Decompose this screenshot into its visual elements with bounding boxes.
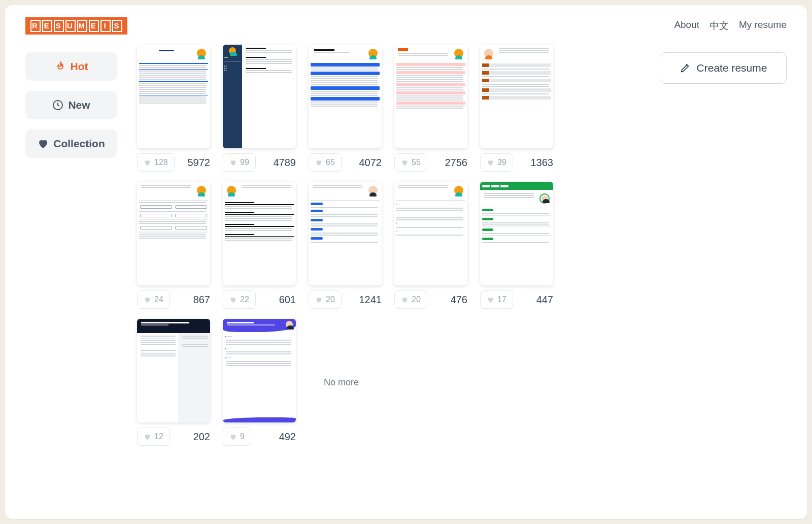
- template-thumbnail[interactable]: [394, 45, 467, 148]
- heart-icon: [229, 296, 237, 304]
- template-thumbnail[interactable]: ● ──── ● ──── ● ────: [223, 319, 296, 422]
- view-count: 202: [193, 431, 210, 443]
- heart-icon: [487, 159, 494, 167]
- sidebar-item-new[interactable]: New: [25, 91, 117, 119]
- template-thumbnail[interactable]: [480, 45, 553, 148]
- heart-icon: [144, 433, 151, 441]
- template-stats: 39 1363: [480, 153, 553, 172]
- content-area: Hot New Collection 128 5972: [5, 40, 807, 519]
- heart-icon: [229, 159, 237, 167]
- like-button[interactable]: 39: [480, 153, 513, 172]
- like-button[interactable]: 65: [309, 153, 342, 172]
- template-stats: 20 1241: [309, 290, 382, 309]
- template-thumbnail[interactable]: [309, 182, 382, 285]
- like-button[interactable]: 99: [223, 153, 256, 172]
- template-stats: 20 476: [394, 290, 467, 309]
- nav-lang[interactable]: 中文: [709, 19, 729, 32]
- nav-my-resume[interactable]: My resume: [739, 19, 787, 32]
- like-count: 17: [497, 295, 506, 304]
- template-card: ●●●● ■ ■■ ■■ ■ 99 4789: [223, 45, 296, 172]
- template-thumbnail[interactable]: [137, 182, 210, 285]
- like-button[interactable]: 12: [137, 428, 170, 446]
- template-stats: 24 867: [137, 290, 210, 309]
- like-count: 9: [240, 432, 245, 441]
- view-count: 867: [193, 294, 210, 306]
- template-stats: 17 447: [480, 290, 553, 309]
- right-column: Create resume: [660, 52, 787, 504]
- template-card: 22 601: [223, 182, 296, 309]
- template-thumbnail[interactable]: [137, 319, 210, 422]
- like-count: 39: [497, 158, 506, 167]
- template-card: 24 867: [137, 182, 210, 309]
- heart-icon: [315, 296, 323, 304]
- template-card: 20 1241: [309, 182, 382, 309]
- template-thumbnail[interactable]: [309, 45, 382, 148]
- view-count: 601: [279, 294, 296, 306]
- template-thumbnail[interactable]: [480, 182, 553, 285]
- like-count: 12: [154, 432, 163, 441]
- template-card: 39 1363: [480, 45, 553, 172]
- template-card: 128 5972: [137, 45, 210, 172]
- like-count: 65: [326, 158, 335, 167]
- template-card: 12 202: [137, 319, 210, 446]
- template-thumbnail[interactable]: [137, 45, 210, 148]
- no-more-label: No more: [309, 319, 553, 446]
- heart-icon: [37, 138, 49, 150]
- pencil-icon: [680, 62, 691, 74]
- sidebar-item-hot[interactable]: Hot: [25, 52, 117, 81]
- like-count: 55: [412, 158, 421, 167]
- heart-icon: [229, 433, 237, 441]
- like-button[interactable]: 20: [309, 290, 342, 309]
- like-button[interactable]: 128: [137, 153, 175, 172]
- app-window: RESUMEIS About 中文 My resume Hot New Coll…: [5, 5, 807, 519]
- template-card: ● ──── ● ──── ● ──── 9 492: [223, 319, 296, 446]
- template-main: 128 5972 ●●●● ■ ■■ ■■ ■ 99 4789: [137, 45, 639, 504]
- like-button[interactable]: 24: [137, 290, 170, 309]
- template-thumbnail[interactable]: ●●●● ■ ■■ ■■ ■: [223, 45, 296, 148]
- view-count: 1363: [531, 157, 554, 169]
- template-thumbnail[interactable]: [223, 182, 296, 285]
- like-button[interactable]: 20: [394, 290, 427, 309]
- heart-icon: [144, 159, 151, 167]
- template-thumbnail[interactable]: ▪ ▪ ▪ ▪: [394, 182, 467, 285]
- like-button[interactable]: 17: [480, 290, 513, 309]
- heart-icon: [144, 296, 151, 304]
- sidebar-label-hot: Hot: [71, 60, 88, 73]
- like-count: 20: [326, 295, 335, 304]
- view-count: 447: [536, 294, 553, 306]
- template-stats: 9 492: [223, 428, 296, 446]
- sidebar-label-new: New: [68, 99, 90, 111]
- view-count: 5972: [188, 157, 211, 169]
- template-stats: 22 601: [223, 290, 296, 309]
- create-resume-label: Create resume: [697, 62, 767, 74]
- view-count: 492: [279, 431, 296, 443]
- template-stats: 128 5972: [137, 153, 210, 172]
- view-count: 1241: [359, 294, 382, 306]
- template-grid: 128 5972 ●●●● ■ ■■ ■■ ■ 99 4789: [137, 45, 639, 446]
- like-button[interactable]: 22: [223, 290, 256, 309]
- template-card: 17 447: [480, 182, 553, 309]
- nav-about[interactable]: About: [674, 19, 699, 32]
- like-button[interactable]: 55: [394, 153, 427, 172]
- heart-icon: [487, 296, 494, 304]
- create-resume-button[interactable]: Create resume: [660, 52, 787, 84]
- view-count: 4789: [274, 157, 296, 169]
- like-count: 99: [240, 158, 249, 167]
- view-count: 2756: [445, 157, 468, 169]
- like-count: 128: [154, 158, 168, 167]
- sidebar-label-collection: Collection: [53, 138, 105, 150]
- like-count: 24: [154, 295, 163, 304]
- like-count: 20: [412, 295, 421, 304]
- sidebar-item-collection[interactable]: Collection: [25, 129, 117, 158]
- template-card: 65 4072: [309, 45, 382, 172]
- like-button[interactable]: 9: [223, 428, 251, 446]
- view-count: 476: [451, 294, 467, 306]
- view-count: 4072: [359, 157, 382, 169]
- template-card: ▪ ▪ ▪ ▪ 20 476: [394, 182, 467, 309]
- like-count: 22: [240, 295, 249, 304]
- top-nav: About 中文 My resume: [674, 19, 787, 32]
- heart-icon: [401, 159, 409, 167]
- template-stats: 12 202: [137, 428, 210, 446]
- sidebar: Hot New Collection: [25, 52, 117, 504]
- brand-logo[interactable]: RESUMEIS: [25, 17, 127, 35]
